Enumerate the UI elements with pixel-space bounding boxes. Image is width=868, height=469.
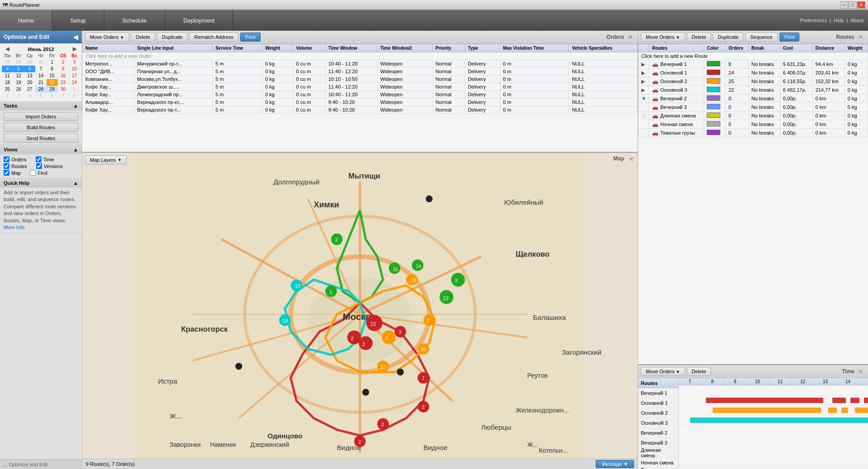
cal-day[interactable]: 2	[58, 59, 69, 66]
col-service[interactable]: Service Time	[213, 44, 262, 52]
cal-day[interactable]: 26	[13, 86, 24, 93]
routes-delete-btn[interactable]: Delete	[687, 33, 711, 42]
cal-day[interactable]: 13	[24, 72, 35, 79]
col-type[interactable]: Type	[465, 44, 500, 52]
orders-duplicate-btn[interactable]: Duplicate	[157, 33, 187, 42]
map-view[interactable]: Мытищи Долгопрудный Химки Юбилейный Щелк…	[82, 153, 638, 459]
col-weight[interactable]: Weight	[262, 44, 293, 52]
cal-day[interactable]: 20	[24, 79, 35, 86]
cal-day[interactable]: 31	[35, 59, 47, 66]
cal-day[interactable]: 29	[47, 86, 58, 93]
cal-day[interactable]: 30	[24, 59, 35, 66]
time-move-btn[interactable]: Move Orders ▼	[641, 367, 685, 376]
route-row[interactable]: ▶ 🚗Основной 1 24 No breaks 6 408,07р. 20…	[639, 69, 868, 77]
sidebar-collapse-btn[interactable]: ◀	[73, 33, 78, 41]
route-row[interactable]: ▶ 🚗Вечерний 1 8 No breaks 5 631,23р. 94,…	[639, 60, 868, 69]
cal-day[interactable]: 5	[35, 93, 47, 99]
orders-close-btn[interactable]: ✕	[626, 33, 635, 41]
orders-rematch-btn[interactable]: Rematch Address	[189, 33, 238, 42]
close-btn[interactable]: ✕	[857, 1, 865, 9]
col-tw2[interactable]: Time Window2	[378, 44, 433, 52]
cal-day[interactable]: 25	[2, 86, 13, 93]
view-versions-check[interactable]: Versions	[36, 163, 63, 169]
cal-day[interactable]: 15	[47, 72, 58, 79]
quick-help-header[interactable]: Quick Help ▲	[0, 178, 82, 188]
cal-day[interactable]: 30	[58, 86, 69, 93]
cal-day[interactable]: 9	[58, 66, 69, 72]
view-time-check[interactable]: Time	[36, 156, 54, 162]
table-row[interactable]: ООО "ДИВ... Планирная ул., д... 5 m 0 kg…	[83, 68, 638, 75]
route-row[interactable]: 🚗Ночная смена 0 No breaks 0,00р. 0 km 0 …	[639, 120, 868, 129]
cal-day[interactable]: 12	[13, 72, 24, 79]
cal-day[interactable]: 21	[35, 79, 47, 86]
route-row[interactable]: ▶ 🚗Основной 3 22 No breaks 6 482,17р. 21…	[639, 86, 868, 94]
orders-move-btn[interactable]: Move Orders ▼	[85, 33, 129, 42]
time-delete-btn[interactable]: Delete	[687, 367, 711, 376]
time-close-btn[interactable]: ✕	[856, 368, 865, 375]
cal-prev-btn[interactable]: ◀	[4, 46, 11, 52]
routes-add-row[interactable]: Click here to add a new Route	[639, 52, 868, 60]
views-header[interactable]: Views ▲	[0, 145, 82, 154]
col-vs[interactable]: Vehicle Specialties	[569, 44, 638, 52]
cal-day[interactable]: 8	[69, 93, 80, 99]
routes-duplicate-btn[interactable]: Duplicate	[713, 33, 743, 42]
col-mvt[interactable]: Max Violation Time	[500, 44, 569, 52]
orders-table-scroll[interactable]: Name Single Line Input Service Time Weig…	[82, 44, 638, 152]
cal-day[interactable]: 1	[69, 86, 80, 93]
cal-next-btn[interactable]: ▶	[71, 46, 78, 52]
cal-day[interactable]: 14	[35, 72, 47, 79]
nav-preferences[interactable]: Preferences	[800, 18, 827, 23]
cal-day[interactable]: 24	[69, 79, 80, 86]
cal-day[interactable]: 2	[2, 93, 13, 99]
table-row[interactable]: Метропол... Мичуринский пр-т... 5 m 0 kg…	[83, 60, 638, 68]
table-row[interactable]: Кофе Хау... Ленинградский пр... 5 m 0 kg…	[83, 91, 638, 98]
route-row[interactable]: 🚗Вечерний 3 0 No breaks 0,00р. 0 km 0 kg	[639, 103, 868, 112]
map-layers-btn[interactable]: Map Layers ▼	[85, 155, 126, 164]
map-close-btn[interactable]: ✕	[629, 155, 634, 163]
cal-day[interactable]: 28	[35, 86, 47, 93]
col-route[interactable]: Routes	[649, 44, 704, 52]
orders-add-row[interactable]: Click here to add a new Order	[83, 52, 638, 60]
col-tw[interactable]: Time Window	[325, 44, 377, 52]
view-routes-check[interactable]: Routes	[4, 163, 27, 169]
nav-setup[interactable]: Setup	[52, 10, 104, 31]
cal-day[interactable]: 8	[47, 66, 58, 72]
import-orders-btn[interactable]: Import Orders	[4, 112, 78, 121]
col-name[interactable]: Name	[83, 44, 135, 52]
cal-day[interactable]: 11	[2, 72, 13, 79]
time-chart[interactable]: 7 8 9 10 11 12 13 14 15 16 17 18 19 20	[679, 378, 868, 469]
cal-day[interactable]: 18	[2, 79, 13, 86]
table-row[interactable]: Кофе Хау... Дмитровское ш.,... 5 m 0 kg …	[83, 83, 638, 91]
col-color[interactable]: Color	[704, 44, 726, 52]
nav-about[interactable]: About	[850, 18, 863, 23]
sidebar-bottom[interactable]: ... Optimize and Edit	[0, 459, 82, 469]
col-weight[interactable]: Weight	[845, 44, 868, 52]
cal-day[interactable]: 4	[24, 93, 35, 99]
cal-day[interactable]: 5	[13, 66, 24, 72]
send-routes-btn[interactable]: Send Routes	[4, 134, 78, 143]
routes-sequence-btn[interactable]: Sequence	[745, 33, 778, 42]
more-info-link[interactable]: More Info.	[4, 225, 26, 230]
cal-day[interactable]: 17	[69, 72, 80, 79]
route-row[interactable]: ▶ 🚗Основной 2 25 No breaks 6 118,55р. 15…	[639, 77, 868, 86]
table-row[interactable]: Компания... Москва,ул.Толбух... 5 m 0 kg…	[83, 75, 638, 83]
cal-day[interactable]: 28	[2, 59, 13, 66]
col-break[interactable]: Break	[748, 44, 780, 52]
cal-day[interactable]: 19	[13, 79, 24, 86]
nav-deployment[interactable]: Deployment	[165, 10, 233, 31]
cal-day[interactable]: 6	[24, 66, 35, 72]
table-row[interactable]: Альмадор... Вернадского пр-кт,... 5 m 0 …	[83, 98, 638, 106]
cal-day[interactable]: 22	[47, 79, 58, 86]
cal-day[interactable]: 27	[24, 86, 35, 93]
cal-day[interactable]: 3	[69, 59, 80, 66]
nav-home[interactable]: Home	[0, 10, 52, 31]
tasks-header[interactable]: Tasks ▲	[0, 101, 82, 110]
cal-day[interactable]: 10	[69, 66, 80, 72]
route-row[interactable]: 🚗Тяжелые грузы 0 No breaks 0,00р. 0 km 0…	[639, 129, 868, 137]
routes-move-btn[interactable]: Move Orders ▼	[641, 33, 685, 42]
cal-day[interactable]: 1	[47, 59, 58, 66]
cal-day[interactable]: 6	[47, 93, 58, 99]
cal-day[interactable]: 7	[58, 93, 69, 99]
col-orders[interactable]: Orders	[726, 44, 749, 52]
col-priority[interactable]: Priority	[433, 44, 465, 52]
